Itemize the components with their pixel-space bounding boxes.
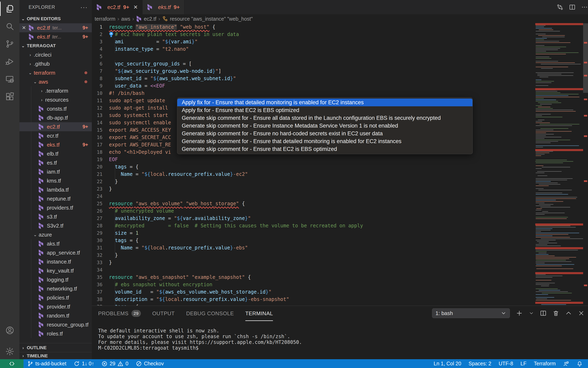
menu-item-1[interactable]: Apply fix for - Ensure that detailed mon… xyxy=(177,99,472,106)
open-changes-icon[interactable] xyxy=(557,4,563,11)
breadcrumb-item[interactable]: aws xyxy=(121,16,130,22)
tree-item-.github[interactable]: ›.github xyxy=(19,59,92,68)
menu-item-4[interactable]: Generate skip comment for - Ensure Insta… xyxy=(177,122,472,130)
panel-tab-problems[interactable]: PROBLEMS29 xyxy=(98,306,141,321)
menu-item-7[interactable]: Generate skip comment for - Ensure that … xyxy=(177,145,472,153)
project-section-header[interactable]: ⌄TERRAGOAT xyxy=(19,41,92,50)
status-remote-indicator[interactable] xyxy=(0,359,24,368)
outline-section-header[interactable]: › OUTLINE xyxy=(19,343,92,352)
tree-item-S3v2.tf[interactable]: S3v2.tf xyxy=(19,221,92,230)
status-sync[interactable]: 1↓ 0↑ xyxy=(70,359,98,368)
minimap-line xyxy=(536,166,543,166)
tree-item-resources[interactable]: ›resources xyxy=(19,95,92,104)
status-git-branch[interactable]: ts-add-bucket xyxy=(24,359,70,368)
tree-item-neptune.tf[interactable]: neptune.tf xyxy=(19,194,92,203)
status-notifications[interactable] xyxy=(573,359,586,368)
kill-terminal-button[interactable] xyxy=(552,310,559,317)
breadcrumb-item[interactable]: ec2.tf xyxy=(144,16,156,22)
remote-explorer-icon[interactable] xyxy=(0,70,19,88)
close-icon[interactable]: ✕ xyxy=(19,25,28,31)
tree-item-azure[interactable]: ⌄azure xyxy=(19,230,92,239)
maximize-panel-button[interactable] xyxy=(565,310,572,317)
new-terminal-button[interactable] xyxy=(516,310,523,317)
tree-item-aks.tf[interactable]: aks.tf xyxy=(19,239,92,248)
minimap-line xyxy=(536,180,567,180)
close-panel-button[interactable] xyxy=(578,310,585,317)
tree-item-.circleci[interactable]: ›.circleci xyxy=(19,50,92,59)
status-encoding[interactable]: UTF-8 xyxy=(495,359,517,368)
line-number: 23 xyxy=(92,185,102,193)
status-checkov[interactable]: Checkov xyxy=(132,359,167,368)
tree-item-db-app.tf[interactable]: db-app.tf xyxy=(19,113,92,122)
open-editor-eks.tf[interactable]: eks.tfter...9+ xyxy=(19,32,92,41)
tree-item-iam.tf[interactable]: iam.tf xyxy=(19,167,92,176)
panel-tab-terminal[interactable]: TERMINAL xyxy=(245,306,273,321)
tree-item-elb.tf[interactable]: elb.tf xyxy=(19,149,92,158)
status-indentation[interactable]: Spaces: 2 xyxy=(465,359,495,368)
status-eol[interactable]: LF xyxy=(517,359,530,368)
tree-item-es.tf[interactable]: es.tf xyxy=(19,158,92,167)
error-mark xyxy=(584,285,587,286)
tree-item-roles.tf[interactable]: roles.tf xyxy=(19,329,92,338)
tree-item-s3.tf[interactable]: s3.tf xyxy=(19,212,92,221)
status-cursor-position[interactable]: Ln 1, Col 20 xyxy=(430,359,465,368)
status-feedback[interactable] xyxy=(559,359,573,368)
run-debug-icon[interactable] xyxy=(0,53,19,70)
open-editors-header[interactable]: ⌄OPEN EDITORS xyxy=(19,14,92,23)
extensions-icon[interactable] xyxy=(0,88,19,105)
breadcrumb-symbol[interactable]: resource "aws_instance" "web_host" xyxy=(162,16,253,22)
indent-guide xyxy=(31,176,31,185)
open-editor-ec2.tf[interactable]: ✕ec2.tfter...9+ xyxy=(19,23,92,32)
overview-ruler[interactable] xyxy=(583,14,588,306)
close-icon[interactable]: ✕ xyxy=(133,4,138,10)
tree-item-providers.tf[interactable]: providers.tf xyxy=(19,203,92,212)
tree-item-kms.tf[interactable]: kms.tf xyxy=(19,176,92,185)
tree-item-policies.tf[interactable]: policies.tf xyxy=(19,293,92,302)
explorer-icon[interactable] xyxy=(0,0,19,18)
more-actions-icon[interactable]: ··· xyxy=(80,4,88,11)
tree-item-ec2.tf[interactable]: ec2.tf9+ xyxy=(19,122,92,131)
tree-item-provider.tf[interactable]: provider.tf xyxy=(19,302,92,311)
source-control-icon[interactable] xyxy=(0,35,19,53)
tree-item-lambda.tf[interactable]: lambda.tf xyxy=(19,185,92,194)
breadcrumb-item[interactable]: terraform xyxy=(95,16,115,22)
tree-item-aws[interactable]: ⌄aws xyxy=(19,77,92,86)
more-actions-icon[interactable] xyxy=(581,4,588,11)
scrollbar-thumb[interactable] xyxy=(583,23,588,93)
tree-item-app_service.tf[interactable]: app_service.tf xyxy=(19,248,92,257)
tab-ec2.tf[interactable]: ec2.tf9+✕ xyxy=(92,0,143,14)
menu-item-3[interactable]: Generate skip comment for - Ensure all d… xyxy=(177,114,472,122)
tree-item-ecr.tf[interactable]: ecr.tf xyxy=(19,131,92,140)
settings-icon[interactable] xyxy=(0,343,19,360)
tree-item-random.tf[interactable]: random.tf xyxy=(19,311,92,320)
tab-eks.tf[interactable]: eks.tf9+ xyxy=(143,0,184,14)
tree-item-instance.tf[interactable]: instance.tf xyxy=(19,257,92,266)
panel-tab-debug-console[interactable]: DEBUG CONSOLE xyxy=(186,306,234,321)
terminal-output[interactable]: The default interactive shell is now zsh… xyxy=(98,328,302,351)
account-icon[interactable] xyxy=(0,322,19,339)
line-number: 1 xyxy=(92,23,102,31)
search-icon[interactable] xyxy=(0,18,19,35)
menu-item-2[interactable]: Apply fix for - Ensure that EC2 is EBS o… xyxy=(177,106,472,114)
status-language-mode[interactable]: Terraform xyxy=(530,359,559,368)
menu-item-5[interactable]: Generate skip comment for - Ensure no ha… xyxy=(177,130,472,137)
tree-item-resource_group.tf[interactable]: resource_group.tf xyxy=(19,320,92,329)
terminal-shell-select[interactable]: 1: bash xyxy=(432,308,510,318)
tree-item-terraform[interactable]: ⌄terraform xyxy=(19,68,92,77)
split-terminal-button[interactable] xyxy=(540,310,547,317)
status-problems[interactable]: 290 xyxy=(98,359,132,368)
split-editor-icon[interactable] xyxy=(569,4,576,11)
terminal-dropdown-icon[interactable] xyxy=(529,311,534,316)
panel-tab-output[interactable]: OUTPUT xyxy=(152,306,175,321)
tree-item-.terraform[interactable]: ›.terraform xyxy=(19,86,92,95)
lightbulb-autofix-icon[interactable] xyxy=(108,31,114,38)
tree-item-logging.tf[interactable]: logging.tf xyxy=(19,275,92,284)
tree-item-eks.tf[interactable]: eks.tf9+ xyxy=(19,140,92,149)
timeline-section-header[interactable]: › TIMELINE xyxy=(19,352,92,359)
code-editor[interactable]: 1resource "aws_instance" "web_host" {2 #… xyxy=(92,23,535,306)
tree-item-networking.tf[interactable]: networking.tf xyxy=(19,284,92,293)
minimap[interactable] xyxy=(535,21,583,306)
tree-item-key_vault.tf[interactable]: key_vault.tf xyxy=(19,266,92,275)
tree-item-consts.tf[interactable]: consts.tf xyxy=(19,104,92,113)
menu-item-6[interactable]: Generate skip comment for - Ensure that … xyxy=(177,137,472,145)
